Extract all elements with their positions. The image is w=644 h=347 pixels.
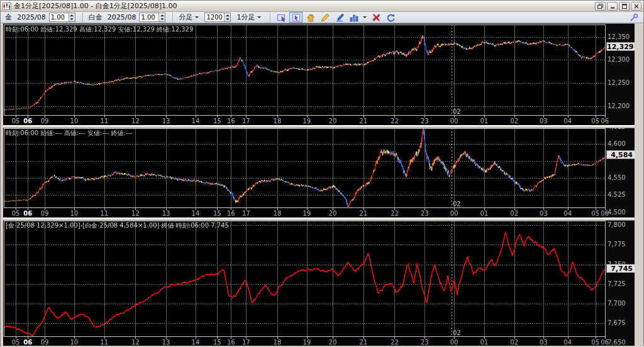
gold-x-hour-label: 06 bbox=[23, 118, 32, 124]
gold-x-hour-label: 19 bbox=[303, 118, 311, 124]
platinum-x-hour-label: 22 bbox=[391, 210, 399, 217]
spread-x-hour-label: 02 bbox=[510, 339, 518, 346]
spread-x-hour-label: 21 bbox=[359, 339, 367, 346]
gold-multiplier-value[interactable]: 1.00 bbox=[50, 13, 69, 21]
platinum-x-hour-label: 16 bbox=[227, 210, 235, 217]
platinum-y-tick-label: 4,550 bbox=[608, 174, 626, 181]
gold-multiplier-spinner[interactable]: 1.00 bbox=[49, 13, 75, 22]
gold-x-hour-label: 10 bbox=[70, 118, 78, 124]
gold-x-hour-label: 22 bbox=[391, 118, 399, 124]
spin-down-icon[interactable] bbox=[225, 18, 230, 22]
refresh-icon[interactable] bbox=[384, 12, 397, 23]
gold-chart-canvas[interactable] bbox=[4, 25, 606, 116]
platinum-multiplier-value[interactable]: 1.00 bbox=[140, 13, 158, 21]
spread-chart-panel: [金 25/08 12,329×1.00]-[白金 25/08 4,584×1.… bbox=[3, 221, 636, 346]
spread-x-hour-label: 03 bbox=[540, 339, 548, 346]
platinum-chart-canvas[interactable] bbox=[4, 128, 606, 208]
restore-icon[interactable] bbox=[595, 2, 606, 11]
platinum-x-hour-label: 04 bbox=[564, 210, 572, 217]
spread-x-hour-label: 05 bbox=[12, 339, 20, 346]
spread-x-hour-label: 01 bbox=[480, 339, 488, 346]
spin-down-icon[interactable] bbox=[69, 18, 75, 22]
gold-x-hour-label: 18 bbox=[274, 118, 282, 124]
platinum-date-label: 02 bbox=[453, 201, 461, 207]
select-arrow-icon[interactable] bbox=[289, 12, 303, 23]
spread-price-badge: 7,745 bbox=[606, 264, 636, 273]
platinum-x-hour-label: 18 bbox=[274, 210, 282, 217]
gold-price-badge: 12,329 bbox=[606, 42, 636, 51]
wrench-icon[interactable] bbox=[627, 12, 640, 23]
pencil-icon[interactable] bbox=[318, 12, 331, 23]
platinum-x-hour-label: 06 bbox=[601, 210, 609, 217]
interval-value: 1分足 bbox=[236, 13, 255, 22]
hand-icon[interactable] bbox=[304, 12, 317, 23]
platinum-y-tick-label: 4,625 bbox=[608, 128, 626, 130]
panel-splitter[interactable] bbox=[3, 218, 636, 221]
minimize-icon[interactable] bbox=[607, 2, 618, 11]
gold-label: 金 bbox=[5, 13, 12, 22]
platinum-x-hour-label: 11 bbox=[100, 210, 108, 217]
gold-x-hour-label: 14 bbox=[192, 118, 200, 124]
spread-y-tick-label: 7,800 bbox=[608, 221, 626, 228]
gold-date-label: 02 bbox=[453, 108, 461, 115]
platinum-y-tick-label: 4,500 bbox=[608, 209, 626, 216]
gold-x-hour-label: 00 bbox=[450, 118, 458, 124]
spread-x-hour-label: 11 bbox=[100, 339, 108, 346]
gold-info-line: 時刻:06:00 始値:12,329 高値:12,329 安値:12,329 終… bbox=[6, 25, 193, 34]
panel-splitter[interactable] bbox=[3, 125, 636, 128]
chart-cursor-icon[interactable] bbox=[275, 12, 288, 23]
gold-x-hour-label: 05 bbox=[591, 118, 599, 124]
interval-dropdown[interactable]: 1分足 bbox=[235, 12, 263, 23]
platinum-x-hour-label: 20 bbox=[329, 210, 337, 217]
bar-chart-icon[interactable] bbox=[347, 12, 360, 23]
platinum-x-hour-label: 21 bbox=[359, 210, 367, 217]
gold-x-hour-label: 06 bbox=[601, 118, 609, 124]
gold-x-hour-label: 21 bbox=[359, 118, 367, 124]
gold-x-axis: 0506091011121314151617181920212223000102… bbox=[3, 116, 606, 125]
platinum-info-line: 時刻:06:00 始値:--- 高値:--- 安値:--- 終値:--- bbox=[6, 129, 133, 138]
spread-x-hour-label: 16 bbox=[227, 339, 235, 346]
dropdown-arrow-icon[interactable] bbox=[362, 12, 368, 23]
delete-drawings-icon[interactable] bbox=[369, 12, 382, 23]
gold-x-hour-label: 15 bbox=[213, 118, 221, 124]
gold-chart-panel: 時刻:06:00 始値:12,329 高値:12,329 安値:12,329 終… bbox=[3, 25, 636, 125]
bar-type-dropdown[interactable]: 分足 bbox=[177, 12, 201, 23]
platinum-x-hour-label: 10 bbox=[70, 210, 78, 217]
spread-x-hour-label: 12 bbox=[131, 339, 140, 346]
title-bar[interactable]: 金1分足[2025/08]1.00 - 白金1分足[2025/08]1.00 bbox=[1, 1, 643, 12]
platinum-chart-panel: 時刻:06:00 始値:--- 高値:--- 安値:--- 終値:--- 4,5… bbox=[3, 128, 636, 218]
spread-x-hour-label: 06 bbox=[601, 339, 609, 346]
pen-icon[interactable] bbox=[333, 12, 346, 23]
spread-x-hour-label: 19 bbox=[303, 339, 311, 346]
platinum-x-hour-label: 09 bbox=[41, 210, 49, 217]
close-icon[interactable] bbox=[631, 2, 641, 11]
toolbar: 金 2025/08 1.00 白金 2025/08 1.00 分足 1200 1… bbox=[1, 12, 643, 23]
bar-count-spinner[interactable]: 1200 bbox=[204, 13, 231, 22]
spread-y-axis: 7,745 7,8007,7757,7507,7257,7007,6757,65… bbox=[606, 221, 636, 346]
platinum-x-hour-label: 23 bbox=[421, 210, 429, 217]
spread-x-hour-label: 04 bbox=[564, 339, 572, 346]
platinum-x-hour-label: 12 bbox=[131, 210, 140, 217]
spin-down-icon[interactable] bbox=[159, 18, 165, 22]
toolbar-separator bbox=[270, 13, 271, 23]
platinum-x-axis: 0506091011121314151617181920212223000102… bbox=[3, 208, 606, 218]
bar-count-value[interactable]: 1200 bbox=[205, 13, 224, 21]
spread-chart-canvas[interactable] bbox=[4, 221, 606, 337]
maximize-icon[interactable] bbox=[619, 2, 630, 11]
platinum-x-hour-label: 19 bbox=[303, 210, 311, 217]
platinum-x-hour-label: 15 bbox=[213, 210, 221, 217]
spread-x-hour-label: 10 bbox=[70, 339, 78, 346]
spread-x-hour-label: 15 bbox=[213, 339, 221, 346]
spread-y-tick-label: 7,650 bbox=[608, 339, 626, 346]
gold-x-hour-label: 23 bbox=[421, 118, 429, 124]
gold-x-hour-label: 11 bbox=[100, 118, 108, 124]
app-window: 金1分足[2025/08]1.00 - 白金1分足[2025/08]1.00 金… bbox=[0, 0, 644, 347]
platinum-x-hour-label: 01 bbox=[480, 210, 488, 217]
platinum-contract-label: 2025/08 bbox=[108, 13, 136, 21]
platinum-multiplier-spinner[interactable]: 1.00 bbox=[139, 13, 165, 22]
gold-x-hour-label: 16 bbox=[227, 118, 235, 124]
platinum-x-hour-label: 06 bbox=[23, 210, 32, 217]
spread-x-hour-label: 09 bbox=[41, 339, 49, 346]
gold-x-hour-label: 09 bbox=[41, 118, 49, 124]
platinum-x-hour-label: 03 bbox=[540, 210, 548, 217]
